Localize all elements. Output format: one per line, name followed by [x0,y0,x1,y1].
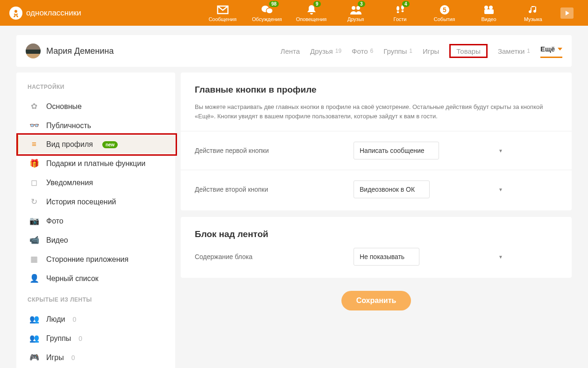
svg-point-2 [266,8,273,14]
nav-messages[interactable]: Сообщения [200,0,245,26]
new-badge: new [102,141,118,148]
history-icon: ↻ [29,197,39,207]
panel-block-above-feed: Блок над лентой Содержание блока Не пока… [181,217,572,278]
nav-play[interactable] [555,0,579,26]
sidebar-item-hidden-games[interactable]: 🎮 Игры 0 [16,348,175,367]
svg-point-6 [397,11,399,13]
people-icon: 👥 [29,314,39,324]
video-icon [483,4,495,15]
gift-icon: 🎁 [29,159,39,168]
form-row-button1: Действие первой кнопки Написать сообщени… [195,142,558,159]
sidebar-item-video[interactable]: 📹 Видео [16,231,175,250]
header-nav: Сообщения 98 Обсуждения 9 Оповещения 3 Д… [200,0,579,26]
sidebar-item-apps[interactable]: ▦ Сторонние приложения [16,250,175,269]
select-block-content[interactable]: Не показывать [354,248,419,266]
svg-point-11 [484,6,488,9]
logo-icon [9,7,22,20]
select-button1-action[interactable]: Написать сообщение [354,142,439,159]
settings-sidebar: НАСТРОЙКИ ✿ Основные 👓 Публичность ≡ Вид… [16,72,175,368]
block-icon: 👤 [29,274,39,283]
save-row: Сохранить [181,284,572,314]
svg-rect-13 [484,9,494,14]
profile-tabs: Лента Друзья19 Фото6 Группы1 Игры Товары… [281,44,562,58]
bell-icon: ◻ [29,178,39,188]
glasses-icon: 👓 [29,121,39,130]
coin-icon: 5 [439,4,450,15]
form-row-block-content: Содержание блока Не показывать [195,248,558,266]
form-label: Действие первой кнопки [195,147,354,154]
select-button2-action[interactable]: Видеозвонок в ОК [354,180,430,198]
nav-video[interactable]: Видео [467,0,511,26]
sidebar-item-privacy[interactable]: 👓 Публичность [16,116,175,135]
svg-text:5: 5 [443,6,446,14]
play-icon [560,7,574,19]
sidebar-heading-hidden: СКРЫТЫЕ ИЗ ЛЕНТЫ [16,288,175,310]
panel-title: Блок над лентой [195,229,558,239]
form-row-button2: Действие второй кнопки Видеозвонок в ОК [195,180,558,198]
badge: 98 [269,1,279,7]
svg-point-12 [489,6,493,9]
tab-games[interactable]: Игры [423,44,439,58]
sidebar-item-gifts[interactable]: 🎁 Подарки и платные функции [16,154,175,173]
panel-description: Вы можете настраивать две главных кнопки… [195,102,558,121]
nav-notifications[interactable]: 9 Оповещения [289,0,333,26]
form-label: Содержание блока [195,253,354,260]
main-layout: НАСТРОЙКИ ✿ Основные 👓 Публичность ≡ Вид… [0,67,588,368]
sidebar-heading-settings: НАСТРОЙКИ [16,84,175,97]
logo[interactable]: одноклассники [9,7,81,20]
sidebar-item-hidden-groups[interactable]: 👥 Группы 0 [16,329,175,348]
top-header: одноклассники Сообщения 98 Обсуждения 9 … [0,0,588,26]
form-label: Действие второй кнопки [195,186,354,193]
tab-friends[interactable]: Друзья19 [310,44,341,58]
svg-point-8 [401,10,404,12]
panel-title: Главные кнопки в профиле [195,85,558,95]
sidebar-item-photo[interactable]: 📷 Фото [16,211,175,231]
nav-music[interactable]: Музыка [511,0,555,26]
sidebar-item-general[interactable]: ✿ Основные [16,97,175,116]
apps-icon: ▦ [29,254,39,264]
badge: 4 [402,1,410,7]
people-icon: 👥 [29,333,39,343]
tab-products[interactable]: Товары [449,44,488,58]
svg-point-3 [352,6,355,10]
sidebar-item-blacklist[interactable]: 👤 Черный список [16,269,175,288]
brand-text: одноклассники [26,8,81,18]
nav-guests[interactable]: 4 Гости [378,0,422,26]
music-icon [528,4,538,15]
tab-photo[interactable]: Фото6 [352,44,373,58]
gamepad-icon: 🎮 [29,353,39,362]
badge: 3 [358,1,365,7]
content-area: Главные кнопки в профиле Вы можете настр… [181,72,572,314]
chevron-down-icon [558,48,562,51]
camera-icon: 📷 [29,216,39,226]
avatar[interactable] [26,43,41,58]
sidebar-item-profile-view[interactable]: ≡ Вид профиля new [16,135,175,154]
badge: 9 [313,1,321,7]
sidebar-item-hidden-people[interactable]: 👥 Люди 0 [16,310,175,329]
svg-point-0 [14,10,17,13]
profile-bar: Мария Деменина Лента Друзья19 Фото6 Груп… [16,35,572,67]
sidebar-item-history[interactable]: ↻ История посещений [16,192,175,211]
sidebar-item-notifications[interactable]: ◻ Уведомления [16,173,175,192]
envelope-icon [217,4,229,15]
tab-feed[interactable]: Лента [281,44,300,58]
profile-name[interactable]: Мария Деменина [46,46,114,56]
nav-friends[interactable]: 3 Друзья [333,0,378,26]
gear-icon: ✿ [29,101,39,111]
nav-discussions[interactable]: 98 Обсуждения [245,0,289,26]
layout-icon: ≡ [29,140,39,149]
videocam-icon: 📹 [29,235,39,245]
tab-groups[interactable]: Группы1 [383,44,412,58]
save-button[interactable]: Сохранить [341,291,411,310]
tab-notes[interactable]: Заметки1 [498,44,530,58]
tab-more[interactable]: Ещё [540,44,562,58]
svg-point-5 [397,6,399,11]
panel-main-buttons: Главные кнопки в профиле Вы можете настр… [181,72,572,210]
nav-events[interactable]: 5 События [422,0,467,26]
